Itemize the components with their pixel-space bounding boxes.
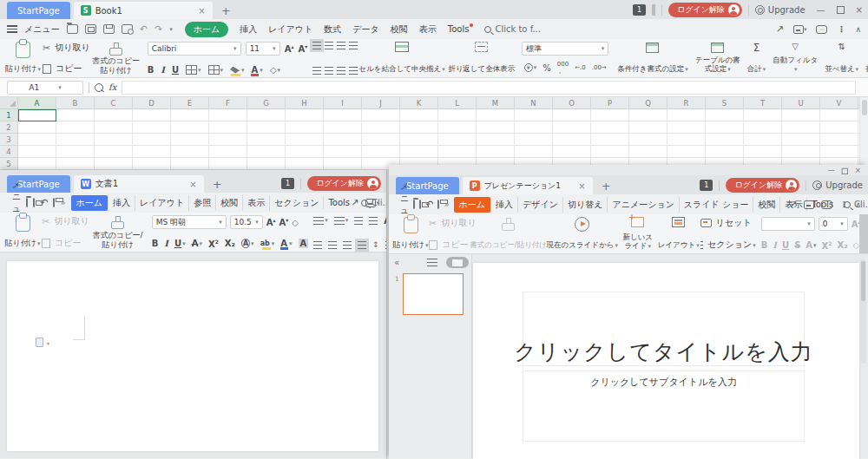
- maximize-button[interactable]: [837, 6, 845, 14]
- font-name-select[interactable]: Calibri▾: [148, 42, 241, 56]
- close-tab-icon[interactable]: ×: [174, 6, 205, 16]
- window-count-badge[interactable]: 1: [633, 4, 646, 16]
- thousands-icon[interactable]: 000 ,: [557, 61, 569, 75]
- italic-icon[interactable]: I: [161, 65, 165, 75]
- reset-button[interactable]: リセット: [700, 217, 756, 229]
- slides-view-toggle[interactable]: [446, 257, 469, 268]
- title-placeholder-box[interactable]: クリックしてタイトルを入力: [523, 292, 805, 366]
- bold-icon[interactable]: B: [152, 239, 159, 248]
- column-header-C[interactable]: C: [95, 97, 133, 108]
- number-format-select[interactable]: 標準▾: [522, 42, 608, 56]
- menu-tab-6[interactable]: 校閲: [391, 23, 408, 36]
- window-count-badge[interactable]: 1: [281, 178, 294, 189]
- column-header-A[interactable]: A: [18, 97, 56, 108]
- logout-button[interactable]: ログイン解除: [668, 3, 742, 17]
- ribbon-scroll-strip[interactable]: [859, 214, 868, 253]
- history-dropdown-icon[interactable]: ▾: [169, 26, 173, 33]
- share-icon[interactable]: ↗: [776, 23, 784, 35]
- format-painter-button[interactable]: 書式のコピー/貼り付け: [89, 214, 147, 250]
- slides-vertical-scrollbar[interactable]: [860, 259, 866, 364]
- column-header-J[interactable]: J: [362, 97, 400, 108]
- subtitle-placeholder-box[interactable]: クリックしてサブタイトルを入力: [523, 370, 805, 442]
- menu-tab-2[interactable]: 挿入: [240, 23, 257, 36]
- currency-icon[interactable]: ¥: [524, 63, 533, 72]
- slide-1-thumbnail[interactable]: [403, 273, 464, 315]
- menu-tab-2[interactable]: 挿入: [108, 195, 135, 211]
- column-header-I[interactable]: I: [324, 97, 362, 108]
- play-from-current-button[interactable]: 現在のスライドから: [546, 216, 619, 252]
- comment-icon[interactable]: ⋯: [821, 200, 832, 209]
- align-center-icon[interactable]: [325, 67, 333, 75]
- new-slide-button[interactable]: 新しいスライド: [619, 216, 657, 252]
- align-middle-icon[interactable]: [325, 42, 333, 49]
- window-count-badge[interactable]: 1: [700, 180, 713, 191]
- sum-button[interactable]: Σ合計: [744, 41, 770, 75]
- font-size-select[interactable]: 11▾: [246, 42, 280, 56]
- save-icon[interactable]: [85, 24, 96, 34]
- close-window-button[interactable]: ×: [855, 167, 861, 174]
- menu-tab-5[interactable]: データ: [352, 23, 378, 36]
- decrease-indent-icon[interactable]: [337, 42, 345, 49]
- redo-icon[interactable]: ↷: [155, 23, 162, 35]
- menu-tab-8[interactable]: Tools: [448, 24, 470, 34]
- print-icon[interactable]: [53, 198, 55, 207]
- conditional-format-button[interactable]: 条件付き書式の設定: [614, 41, 691, 75]
- underline-icon[interactable]: U: [782, 240, 789, 250]
- menu-tab-5[interactable]: アニメーション: [607, 197, 678, 213]
- sheet-vertical-scrollbar[interactable]: [859, 97, 868, 170]
- column-header-T[interactable]: T: [744, 97, 782, 108]
- close-tab-icon[interactable]: ×: [165, 180, 196, 189]
- decrease-decimal-icon[interactable]: .00→: [592, 64, 607, 71]
- switch-window-icon[interactable]: [804, 200, 814, 209]
- char-scale-icon[interactable]: A▴: [384, 215, 387, 226]
- sort-button[interactable]: ⇅並べ替え: [821, 41, 862, 75]
- underline-icon[interactable]: U: [172, 65, 179, 75]
- format-painter-button[interactable]: 書式のコピー貼り付け: [90, 41, 142, 75]
- writer-page[interactable]: [7, 261, 378, 451]
- strikethrough-icon[interactable]: S: [794, 240, 800, 250]
- print-preview-icon[interactable]: [122, 24, 133, 34]
- column-header-P[interactable]: P: [591, 97, 629, 108]
- column-header-S[interactable]: S: [706, 97, 744, 108]
- column-header-K[interactable]: K: [400, 97, 438, 108]
- more-icon[interactable]: ⋮: [839, 200, 848, 209]
- menu-tab-6[interactable]: 表示: [242, 195, 269, 211]
- menu-tab-3[interactable]: レイアウト: [268, 23, 312, 36]
- draw-border-icon[interactable]: [208, 65, 220, 75]
- align-top-icon[interactable]: [312, 42, 321, 49]
- table-format-button[interactable]: テーブルの書式設定: [692, 41, 744, 75]
- copy-button[interactable]: コピー: [42, 237, 89, 249]
- selected-cell-a1[interactable]: [18, 109, 56, 121]
- wrap-text-button[interactable]: 折り返して全体表示: [446, 41, 516, 75]
- save-icon[interactable]: [419, 200, 421, 209]
- cells-area[interactable]: [18, 109, 868, 170]
- underline-icon[interactable]: U: [174, 239, 181, 248]
- menu-tab-4[interactable]: 切り替え: [562, 197, 607, 213]
- column-header-G[interactable]: G: [247, 97, 286, 108]
- name-box[interactable]: A1▾: [7, 81, 83, 95]
- increase-decimal-icon[interactable]: ←.0: [575, 64, 586, 71]
- bullet-list-icon[interactable]: [313, 217, 324, 225]
- subscript-icon[interactable]: X₂: [225, 239, 235, 248]
- decrease-font-icon[interactable]: A▾: [298, 43, 307, 54]
- font-name-select[interactable]: ▾: [761, 217, 815, 231]
- font-color-icon[interactable]: A: [806, 240, 812, 250]
- align-left-icon[interactable]: [313, 241, 322, 249]
- row-header-1[interactable]: 1: [0, 109, 17, 121]
- new-tab-button[interactable]: +: [602, 180, 611, 193]
- cut-button[interactable]: ✂切り取り: [429, 217, 477, 229]
- section-button[interactable]: セクション: [700, 239, 756, 251]
- bold-icon[interactable]: B: [148, 65, 155, 75]
- open-icon[interactable]: [67, 24, 78, 34]
- formula-input[interactable]: [122, 81, 856, 95]
- menu-tab-7[interactable]: 表示: [419, 23, 437, 36]
- menu-tab-5[interactable]: 校閲: [215, 195, 242, 211]
- align-center-icon[interactable]: [328, 241, 337, 249]
- collapse-panel-icon[interactable]: «: [394, 258, 399, 267]
- numbered-list-icon[interactable]: [334, 217, 345, 225]
- print-icon[interactable]: [437, 200, 439, 209]
- subscript-icon[interactable]: X₂: [838, 240, 848, 250]
- clear-format-icon[interactable]: ◇: [292, 218, 299, 227]
- merge-center-button[interactable]: セルを結合して中央揃え: [358, 41, 446, 75]
- save-icon[interactable]: [33, 198, 35, 207]
